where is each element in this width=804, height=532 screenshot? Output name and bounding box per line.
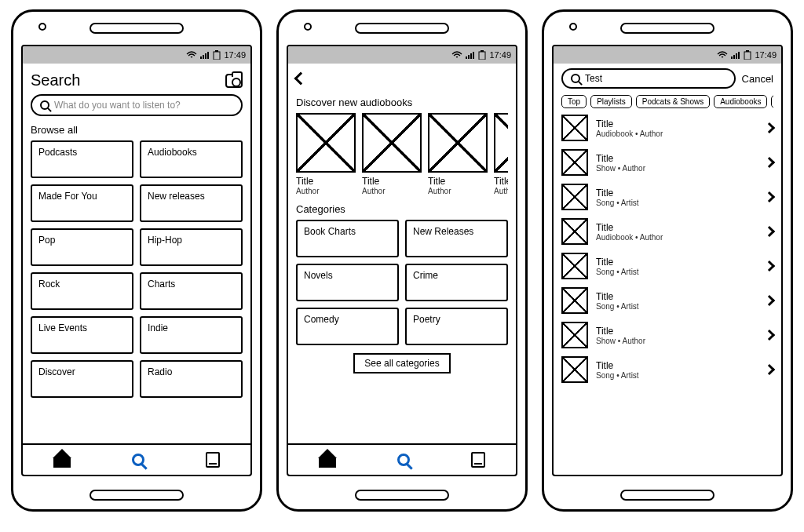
category-grid: Book ChartsNew ReleasesNovelsCrimeComedy… bbox=[296, 220, 508, 345]
result-row[interactable]: TitleShow • Author bbox=[561, 149, 773, 176]
status-icons bbox=[451, 50, 486, 60]
search-tab-icon[interactable] bbox=[397, 454, 410, 466]
phone-top-bezel bbox=[544, 12, 791, 45]
result-row[interactable]: TitleShow • Author bbox=[561, 322, 773, 348]
audiobook-carousel[interactable]: TitleAuthorTitleAuthorTitleAuthorTitleAu… bbox=[296, 113, 508, 195]
result-row[interactable]: TitleAudiobook • Author bbox=[561, 115, 773, 141]
category-tile[interactable]: Made For You bbox=[31, 184, 133, 222]
filter-chip[interactable]: Podcats & Shows bbox=[636, 95, 710, 108]
status-bar: 17:49 bbox=[23, 46, 250, 64]
screen: 17:49 Test Cancel TopPlaylistsPodcats & … bbox=[552, 45, 783, 476]
category-tile[interactable]: Novels bbox=[296, 264, 399, 301]
filter-chip[interactable]: Playlists bbox=[590, 95, 632, 108]
category-tile[interactable]: Poetry bbox=[405, 308, 508, 345]
phone-bottom-bezel bbox=[13, 481, 260, 509]
category-tile[interactable]: New Releases bbox=[405, 220, 508, 257]
home-icon[interactable] bbox=[53, 452, 71, 468]
svg-rect-17 bbox=[746, 50, 749, 52]
result-subtitle: Song • Artist bbox=[596, 302, 758, 311]
back-icon[interactable] bbox=[294, 72, 308, 86]
home-bar-icon bbox=[355, 490, 449, 501]
library-icon[interactable] bbox=[471, 452, 485, 468]
phone-top-bezel bbox=[279, 12, 525, 45]
card-title: Title bbox=[362, 176, 422, 187]
category-tile[interactable]: Crime bbox=[405, 264, 508, 301]
category-tile[interactable]: Hip-Hop bbox=[140, 228, 243, 266]
library-icon[interactable] bbox=[206, 452, 220, 468]
cover-thumb-icon bbox=[296, 113, 356, 173]
result-thumb-icon bbox=[561, 218, 588, 245]
camera-icon[interactable] bbox=[225, 74, 243, 88]
phone-audiobooks: 17:49 Discover new audiobooks TitleAutho… bbox=[276, 9, 528, 512]
cancel-button[interactable]: Cancel bbox=[742, 73, 773, 85]
search-icon bbox=[571, 74, 580, 83]
svg-rect-10 bbox=[479, 52, 485, 60]
result-row[interactable]: TitleAudiobook • Author bbox=[561, 218, 773, 245]
battery-icon bbox=[213, 50, 221, 60]
phone-bottom-bezel bbox=[544, 481, 791, 509]
home-icon[interactable] bbox=[319, 452, 336, 468]
category-tile[interactable]: Audiobooks bbox=[140, 140, 243, 178]
result-title: Title bbox=[596, 118, 758, 129]
category-tile[interactable]: Radio bbox=[140, 360, 243, 398]
result-title: Title bbox=[596, 326, 758, 337]
battery-icon bbox=[744, 50, 751, 60]
audiobook-card[interactable]: TitleAuthor bbox=[296, 113, 356, 195]
content: Search What do you want to listen to? Br… bbox=[23, 64, 250, 443]
filter-chips: TopPlaylistsPodcats & ShowsAudiobooksAlb… bbox=[561, 95, 773, 108]
svg-rect-12 bbox=[731, 56, 733, 59]
card-title: Title bbox=[494, 176, 508, 187]
card-title: Title bbox=[428, 176, 488, 187]
chevron-right-icon bbox=[764, 191, 775, 202]
category-tile[interactable]: Podcasts bbox=[31, 140, 133, 178]
category-tile[interactable]: Indie bbox=[140, 316, 243, 354]
result-thumb-icon bbox=[561, 287, 588, 314]
card-title: Title bbox=[296, 176, 356, 187]
audiobook-card[interactable]: TitleAuth bbox=[494, 113, 508, 195]
result-title: Title bbox=[596, 153, 758, 164]
audiobook-card[interactable]: TitleAuthor bbox=[362, 113, 422, 195]
search-input[interactable]: What do you want to listen to? bbox=[31, 94, 243, 116]
phone-search-results: 17:49 Test Cancel TopPlaylistsPodcats & … bbox=[542, 9, 793, 512]
signal-icon bbox=[731, 51, 740, 59]
category-tile[interactable]: Book Charts bbox=[296, 220, 399, 257]
result-title: Title bbox=[596, 360, 758, 371]
category-tile[interactable]: Discover bbox=[31, 360, 133, 398]
result-row[interactable]: TitleSong • Artist bbox=[561, 253, 773, 279]
see-all-button[interactable]: See all categories bbox=[353, 353, 450, 373]
screen: 17:49 Search What do you want to listen … bbox=[21, 45, 252, 476]
result-subtitle: Show • Author bbox=[596, 164, 758, 173]
content: Test Cancel TopPlaylistsPodcats & ShowsA… bbox=[554, 64, 781, 475]
search-input[interactable]: Test bbox=[561, 68, 736, 89]
category-tile[interactable]: Rock bbox=[31, 272, 133, 310]
result-title: Title bbox=[596, 291, 758, 302]
front-camera-icon bbox=[38, 23, 46, 31]
home-bar-icon bbox=[90, 490, 184, 501]
front-camera-icon bbox=[304, 23, 312, 31]
result-thumb-icon bbox=[561, 115, 588, 141]
status-time: 17:49 bbox=[489, 50, 511, 60]
result-row[interactable]: TitleSong • Artist bbox=[561, 287, 773, 314]
category-tile[interactable]: Pop bbox=[31, 228, 133, 266]
filter-chip[interactable]: Audiobooks bbox=[714, 95, 767, 108]
audiobook-card[interactable]: TitleAuthor bbox=[428, 113, 488, 195]
search-tab-icon[interactable] bbox=[132, 454, 144, 466]
result-row[interactable]: TitleSong • Artist bbox=[561, 184, 773, 210]
category-tile[interactable]: New releases bbox=[140, 184, 243, 222]
result-title: Title bbox=[596, 222, 758, 233]
svg-rect-13 bbox=[733, 55, 735, 59]
result-thumb-icon bbox=[561, 356, 588, 383]
battery-icon bbox=[478, 50, 486, 60]
filter-chip[interactable]: Top bbox=[561, 95, 587, 108]
category-tile[interactable]: Comedy bbox=[296, 308, 399, 345]
browse-all-label: Browse all bbox=[31, 124, 243, 136]
result-thumb-icon bbox=[561, 253, 588, 279]
category-tile[interactable]: Live Events bbox=[31, 316, 133, 354]
categories-label: Categories bbox=[296, 203, 508, 215]
category-tile[interactable]: Charts bbox=[140, 272, 243, 310]
svg-rect-11 bbox=[481, 50, 484, 52]
filter-chip[interactable]: Albu bbox=[771, 95, 773, 108]
result-row[interactable]: TitleSong • Artist bbox=[561, 356, 773, 383]
status-bar: 17:49 bbox=[554, 46, 781, 64]
phone-bottom-bezel bbox=[279, 481, 525, 509]
